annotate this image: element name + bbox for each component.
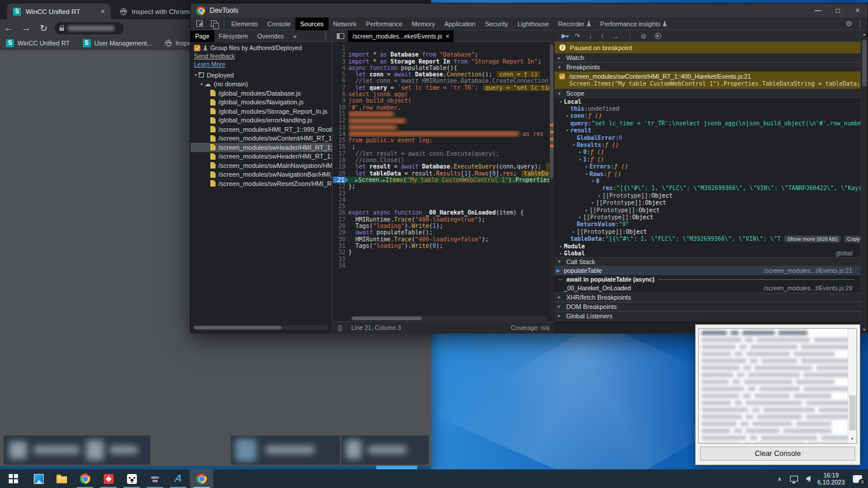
taskbar-app-paw[interactable]: [120, 469, 143, 488]
devtools-titlebar[interactable]: DevTools — □ ×: [190, 3, 867, 17]
expander-icon[interactable]: ▾: [558, 99, 564, 104]
line-number[interactable]: 27: [333, 216, 348, 223]
devtools-tab-security[interactable]: Security: [480, 17, 513, 30]
file-tree-item[interactable]: /global_modules/Database.js: [190, 89, 332, 98]
line-number[interactable]: 31: [333, 243, 348, 249]
breakpoint-entry[interactable]: /screen_modules/swContent/HMI_RT_1::400_…: [555, 72, 860, 89]
scope-row[interactable]: ▸[[Prototype]]: Object: [555, 206, 860, 213]
wincc-nav-panel[interactable]: [3, 436, 150, 465]
bookmark-item[interactable]: SUser Management...: [83, 39, 153, 47]
line-number[interactable]: 16: [333, 143, 348, 150]
scope-row[interactable]: ▾0: [555, 177, 860, 184]
navigator-tab-page[interactable]: Page: [190, 30, 214, 42]
file-tree-item[interactable]: /screen_modules/swContent/HMI_RT_1::400_…: [190, 134, 332, 143]
expander-icon[interactable]: ▾: [584, 171, 590, 177]
expander-icon[interactable]: ▸: [558, 251, 564, 256]
network-icon[interactable]: [790, 476, 798, 482]
forward-button[interactable]: →: [17, 23, 35, 33]
step-into-button[interactable]: ↓: [589, 33, 592, 40]
file-tree-item[interactable]: /global_modules/errorHandling.js: [190, 116, 332, 125]
group-files-checkbox[interactable]: [194, 45, 200, 51]
line-number[interactable]: 8: [333, 91, 348, 97]
scope-row[interactable]: query: "set lc_time = 'tr_TR';\nselect j…: [555, 120, 860, 127]
line-number[interactable]: 34: [333, 262, 348, 269]
maximize-button[interactable]: □: [828, 3, 848, 17]
scope-row[interactable]: ▸0: ƒ (): [555, 149, 860, 156]
line-number[interactable]: 30: [333, 236, 348, 243]
line-number[interactable]: 18: [333, 157, 348, 163]
file-tree-item[interactable]: /screen_modules/swHeader/HMI_RT_1::Heade…: [190, 143, 332, 152]
line-number[interactable]: 26: [333, 209, 348, 216]
line-number[interactable]: 1: [333, 45, 348, 51]
section-scope[interactable]: ▾ Scope: [555, 89, 860, 98]
browser-tab-active[interactable]: S WinCC Unified RT ×: [7, 3, 111, 19]
taskbar-app-explorer[interactable]: [50, 469, 73, 488]
devtools-tab-memory[interactable]: Memory: [407, 17, 440, 30]
expander-icon[interactable]: ▸: [571, 229, 577, 234]
line-number[interactable]: 13: [333, 124, 348, 131]
line-number[interactable]: 14: [333, 131, 348, 137]
line-number[interactable]: 9: [333, 97, 348, 104]
step-over-button[interactable]: ↷: [574, 33, 580, 40]
expander-icon[interactable]: ▾: [564, 128, 570, 133]
section-dom-breakpoints[interactable]: ▸DOM Breakpoints: [555, 302, 860, 311]
file-tab-close-icon[interactable]: ×: [446, 33, 449, 40]
navigator-tab-overrides[interactable]: Overrides: [253, 30, 289, 42]
pretty-print-icon[interactable]: {}: [338, 324, 342, 331]
close-button[interactable]: ×: [848, 3, 867, 17]
expander-icon[interactable]: ▸: [558, 244, 564, 249]
scope-row[interactable]: ▸[[Prototype]]: Object: [555, 199, 860, 206]
line-number[interactable]: 17: [333, 150, 348, 157]
address-bar[interactable]: [55, 22, 124, 34]
scope-row[interactable]: this: undefined: [555, 105, 860, 112]
reload-button[interactable]: ↻: [35, 23, 52, 34]
expander-icon[interactable]: ▾: [590, 178, 596, 184]
file-tree-item[interactable]: /screen_modules/HMI_RT_1::999_RootBase/E…: [190, 125, 332, 134]
more-tabs-icon[interactable]: »: [288, 30, 301, 42]
line-number[interactable]: 6: [333, 78, 348, 84]
line-number[interactable]: 28: [333, 223, 348, 229]
scope-row[interactable]: ▸conn: ƒ (): [555, 113, 860, 120]
back-button[interactable]: ←: [0, 23, 17, 33]
copy-button[interactable]: Copy: [844, 236, 860, 243]
settings-gear-icon[interactable]: ⚙: [843, 19, 855, 28]
expander-icon[interactable]: ▸: [584, 208, 590, 213]
line-number[interactable]: 15: [333, 137, 348, 143]
section-callstack[interactable]: ▾ Call Stack: [555, 257, 860, 266]
group-files-row[interactable]: Group files by Authored/Deployed: [190, 42, 332, 52]
taskbar-app-chrome[interactable]: [73, 469, 97, 488]
scope-row[interactable]: ▸[[Prototype]]: Object: [555, 192, 860, 199]
step-button[interactable]: →: [612, 33, 619, 40]
expander-icon[interactable]: ▾: [199, 82, 204, 87]
device-toolbar-icon[interactable]: [211, 20, 217, 27]
show-more-button[interactable]: Show more (820 kB): [784, 236, 841, 243]
scope-row[interactable]: ▾Rows: ƒ (): [555, 170, 860, 177]
line-number[interactable]: 32: [333, 249, 348, 255]
resume-button[interactable]: ▶: [562, 32, 566, 40]
editor-hscrollbar[interactable]: [351, 316, 547, 321]
scope-row[interactable]: ▾Results: ƒ (): [555, 141, 860, 148]
devtools-tab-network[interactable]: Network: [329, 17, 361, 30]
line-number[interactable]: 24: [333, 196, 348, 203]
line-number[interactable]: 22: [333, 183, 348, 189]
taskbar-app-a[interactable]: A: [167, 469, 190, 488]
navigator-tab-filesystem[interactable]: Filesystem: [214, 30, 253, 42]
file-tree-item[interactable]: /screen_modules/swHeader/HMI_RT_1::Heade…: [190, 152, 332, 162]
taskbar-clock[interactable]: 16:19 6.10.2023: [817, 472, 845, 486]
devtools-menu-icon[interactable]: ⋮: [856, 20, 864, 28]
send-feedback-link[interactable]: Send feedback: [190, 52, 332, 60]
scope-row[interactable]: ▸[[Prototype]]: Object: [555, 213, 860, 220]
line-number[interactable]: 3: [333, 58, 348, 65]
expander-icon[interactable]: ▸: [597, 193, 602, 198]
pause-on-exceptions-button[interactable]: [655, 33, 661, 39]
file-tree-item[interactable]: /screen_modules/swNavigationBar/HMI_RT_1…: [190, 170, 332, 180]
clear-console-button[interactable]: Clear Console: [700, 447, 855, 461]
scope-row[interactable]: ▾result: [555, 127, 860, 134]
section-xhr-fetch-breakpoints[interactable]: ▸XHR/fetch Breakpoints: [555, 293, 860, 302]
call-stack-frame[interactable]: ▶populateTable/screen_modules...t/Events…: [555, 266, 860, 275]
minimize-button[interactable]: —: [808, 3, 828, 17]
section-global-listeners[interactable]: ▸Global Listeners: [555, 311, 860, 321]
line-number[interactable]: 33: [333, 256, 348, 262]
scope-row[interactable]: res: "[{\"#\": 1, \"FLC\": \"M392699366\…: [555, 185, 860, 192]
step-out-button[interactable]: ↑: [601, 33, 604, 40]
